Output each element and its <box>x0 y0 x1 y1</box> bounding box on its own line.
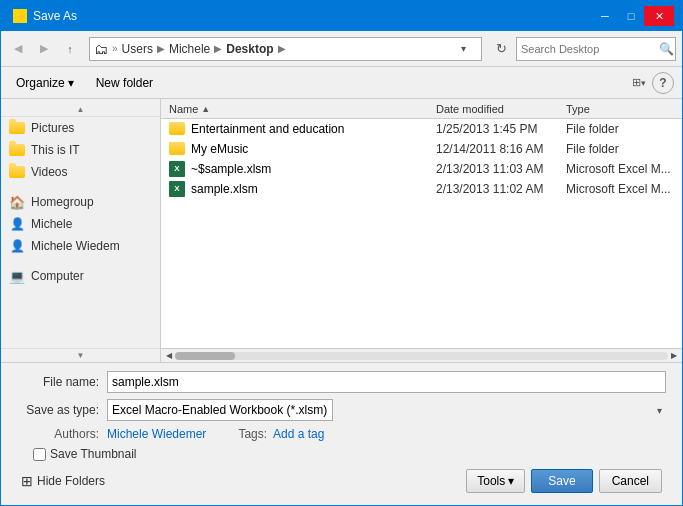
organize-button[interactable]: Organize ▾ <box>9 72 81 94</box>
sidebar-label-pictures: Pictures <box>31 121 74 135</box>
refresh-button[interactable]: ↻ <box>490 38 512 60</box>
column-name-label: Name <box>169 103 198 115</box>
address-bar: 🗂 » Users ▶ Michele ▶ Desktop ▶ ▾ <box>89 37 482 61</box>
sidebar-item-michele-wiedem[interactable]: 👤 Michele Wiedem <box>1 235 160 257</box>
title-controls: ─ □ ✕ <box>592 6 674 26</box>
view-controls: ⊞ ▾ ? <box>628 72 674 94</box>
sidebar-spacer2 <box>1 257 160 265</box>
excel-icon: X <box>169 181 185 197</box>
sidebar-label-videos: Videos <box>31 165 67 179</box>
search-input[interactable] <box>521 43 659 55</box>
hide-folders-button[interactable]: ⊞ Hide Folders <box>21 473 105 489</box>
sidebar-label-computer: Computer <box>31 269 84 283</box>
computer-icon: 💻 <box>9 268 25 284</box>
sidebar-item-pictures[interactable]: Pictures <box>1 117 160 139</box>
file-date: 2/13/2013 11:02 AM <box>432 182 562 196</box>
app-icon: ⚡ <box>13 9 27 23</box>
help-button[interactable]: ? <box>652 72 674 94</box>
tags-label: Tags: <box>238 427 267 441</box>
file-name: Entertainment and education <box>191 122 344 136</box>
sidebar-item-videos[interactable]: Videos <box>1 161 160 183</box>
meta-row: Authors: Michele Wiedemer Tags: Add a ta… <box>17 427 666 441</box>
search-icon: 🔍 <box>659 42 674 56</box>
save-as-dialog: ⚡ Save As ─ □ ✕ ◀ ▶ ↑ 🗂 » Users ▶ Michel… <box>0 0 683 506</box>
breadcrumb: 🗂 » Users ▶ Michele ▶ Desktop ▶ <box>94 41 461 57</box>
breadcrumb-michele[interactable]: Michele <box>169 42 210 56</box>
minimize-button[interactable]: ─ <box>592 6 618 26</box>
view-icon: ⊞ <box>632 76 641 89</box>
title-bar-left: ⚡ Save As <box>13 9 77 23</box>
table-row[interactable]: X sample.xlsm 2/13/2013 11:02 AM Microso… <box>161 179 682 199</box>
horizontal-scrollbar[interactable]: ◀ ▶ <box>161 348 682 362</box>
close-button[interactable]: ✕ <box>644 6 674 26</box>
column-date-modified[interactable]: Date modified <box>432 103 562 115</box>
table-row[interactable]: My eMusic 12/14/2011 8:16 AM File folder <box>161 139 682 159</box>
file-name: My eMusic <box>191 142 248 156</box>
select-arrow-icon: ▾ <box>657 405 662 416</box>
scroll-right-arrow[interactable]: ▶ <box>668 350 680 362</box>
authors-value[interactable]: Michele Wiedemer <box>107 427 206 441</box>
videos-folder-icon <box>9 164 25 180</box>
authors-label: Authors: <box>54 427 99 441</box>
save-thumbnail-label[interactable]: Save Thumbnail <box>50 447 137 461</box>
pictures-folder-icon <box>9 120 25 136</box>
tools-arrow-icon: ▾ <box>508 474 514 488</box>
up-button[interactable]: ↑ <box>59 38 81 60</box>
sidebar-item-computer[interactable]: 💻 Computer <box>1 265 160 287</box>
table-row[interactable]: Entertainment and education 1/25/2013 1:… <box>161 119 682 139</box>
column-type[interactable]: Type <box>562 103 682 115</box>
file-date: 12/14/2011 8:16 AM <box>432 142 562 156</box>
excel-icon: X <box>169 161 185 177</box>
navigation-toolbar: ◀ ▶ ↑ 🗂 » Users ▶ Michele ▶ Desktop ▶ ▾ … <box>1 31 682 67</box>
address-dropdown[interactable]: ▾ <box>461 43 477 54</box>
tools-button[interactable]: Tools ▾ <box>466 469 525 493</box>
scroll-track <box>175 352 668 360</box>
hide-folders-icon: ⊞ <box>21 473 33 489</box>
file-type: File folder <box>562 142 682 156</box>
forward-button[interactable]: ▶ <box>33 38 55 60</box>
back-button[interactable]: ◀ <box>7 38 29 60</box>
sidebar-item-this-is-it[interactable]: This is IT <box>1 139 160 161</box>
file-list: Entertainment and education 1/25/2013 1:… <box>161 119 682 348</box>
file-name-input[interactable] <box>107 371 666 393</box>
save-thumbnail-row: Save Thumbnail <box>17 447 666 461</box>
sidebar-scroll-down[interactable]: ▼ <box>1 348 160 362</box>
sidebar-label-this-is-it: This is IT <box>31 143 80 157</box>
save-as-type-wrapper: Excel Macro-Enabled Workbook (*.xlsm) ▾ <box>107 399 666 421</box>
breadcrumb-users[interactable]: Users <box>122 42 153 56</box>
file-date: 2/13/2013 11:03 AM <box>432 162 562 176</box>
save-button[interactable]: Save <box>531 469 592 493</box>
scroll-thumb[interactable] <box>175 352 235 360</box>
sort-arrow: ▲ <box>201 104 210 114</box>
new-folder-button[interactable]: New folder <box>89 72 160 94</box>
table-row[interactable]: X ~$sample.xlsm 2/13/2013 11:03 AM Micro… <box>161 159 682 179</box>
breadcrumb-desktop[interactable]: Desktop <box>226 42 273 56</box>
file-name-row: File name: <box>17 371 666 393</box>
save-as-type-select[interactable]: Excel Macro-Enabled Workbook (*.xlsm) <box>107 399 333 421</box>
main-area: ▲ Pictures This is IT Videos <box>1 99 682 362</box>
tags-value[interactable]: Add a tag <box>273 427 324 441</box>
organize-arrow: ▾ <box>68 76 74 90</box>
file-type: File folder <box>562 122 682 136</box>
sidebar-label-homegroup: Homegroup <box>31 195 94 209</box>
file-list-header: Name ▲ Date modified Type <box>161 99 682 119</box>
save-thumbnail-checkbox[interactable] <box>33 448 46 461</box>
michele-wiedem-person-icon: 👤 <box>9 238 25 254</box>
maximize-button[interactable]: □ <box>618 6 644 26</box>
sidebar-label-michele: Michele <box>31 217 72 231</box>
save-as-type-label: Save as type: <box>17 403 107 417</box>
file-date: 1/25/2013 1:45 PM <box>432 122 562 136</box>
sidebar-item-michele[interactable]: 👤 Michele <box>1 213 160 235</box>
sidebar-scroll-up[interactable]: ▲ <box>1 103 160 117</box>
cancel-button[interactable]: Cancel <box>599 469 662 493</box>
folder-icon <box>169 122 185 135</box>
scroll-left-arrow[interactable]: ◀ <box>163 350 175 362</box>
organize-label: Organize <box>16 76 65 90</box>
column-name[interactable]: Name ▲ <box>161 103 432 115</box>
file-name: sample.xlsm <box>191 182 258 196</box>
sidebar-label-michele-wiedem: Michele Wiedem <box>31 239 120 253</box>
view-button[interactable]: ⊞ ▾ <box>628 72 650 94</box>
action-bar: Organize ▾ New folder ⊞ ▾ ? <box>1 67 682 99</box>
sidebar-item-homegroup[interactable]: 🏠 Homegroup <box>1 191 160 213</box>
folder-icon <box>169 142 185 155</box>
